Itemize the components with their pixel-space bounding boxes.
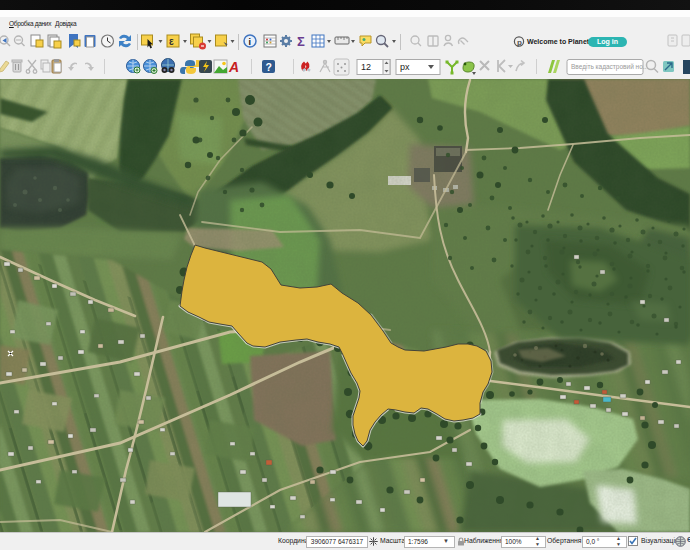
svg-text:i: i	[248, 37, 251, 47]
svg-text:Σ: Σ	[297, 34, 305, 49]
svg-text:Введіть кадастровий но...: Введіть кадастровий но...	[571, 63, 648, 71]
svg-text:px: px	[400, 62, 410, 72]
svg-text:?: ?	[266, 61, 272, 73]
svg-text:A: A	[228, 59, 239, 75]
svg-text:12: 12	[361, 62, 371, 72]
svg-text:ε: ε	[169, 36, 174, 47]
svg-text:p: p	[517, 38, 522, 47]
